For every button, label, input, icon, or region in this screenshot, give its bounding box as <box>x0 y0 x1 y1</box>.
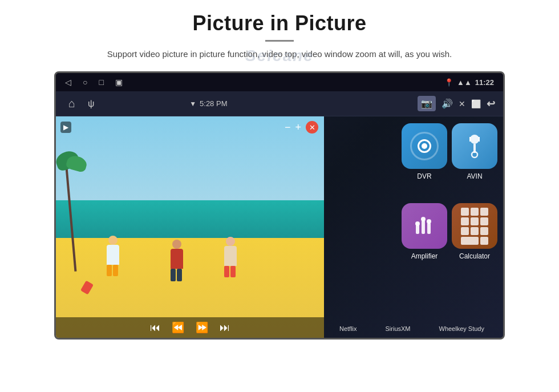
app-grid: DVR <box>321 116 503 338</box>
svg-point-11 <box>415 221 420 226</box>
status-bar: ◁ ○ □ ▣ 📍 ▲▲ 11:22 <box>56 73 503 91</box>
window-icon[interactable]: ⬜ <box>471 99 481 108</box>
svg-rect-9 <box>427 223 431 234</box>
amplifier-label: Amplifier <box>411 252 438 260</box>
app-row-2: Amplifier <box>326 203 497 260</box>
bottom-app-labels: Netflix SiriusXM Wheelkey Study <box>321 325 503 332</box>
camera-icon[interactable]: 📷 <box>418 96 436 111</box>
page-subtitle: Support video picture in picture functio… <box>107 47 452 61</box>
wheelkey-label: Wheelkey Study <box>439 325 484 332</box>
back-nav-icon[interactable]: ◁ <box>65 78 71 87</box>
close-x-icon[interactable]: ✕ <box>459 99 465 108</box>
usb-icon: ψ <box>88 99 94 109</box>
avin-icon <box>452 123 497 169</box>
calculator-label: Calculator <box>459 252 490 260</box>
pip-video-indicator-icon: ▶ <box>60 122 71 133</box>
person3 <box>222 237 239 278</box>
location-icon: 📍 <box>444 78 453 87</box>
pip-expand-icon[interactable]: + <box>295 122 301 134</box>
svg-point-0 <box>470 135 479 144</box>
device-frame: ◁ ○ □ ▣ 📍 ▲▲ 11:22 ⌂ ψ ▼ 5:28 PM 📷 <box>54 71 505 340</box>
skip-forward-icon[interactable]: ⏭ <box>220 322 230 334</box>
avin-label: AVIN <box>467 172 482 180</box>
avin-app[interactable]: AVIN <box>452 123 497 180</box>
page-title: Picture in Picture <box>192 11 366 35</box>
calculator-app[interactable]: Calculator <box>452 203 497 260</box>
pip-close-button[interactable]: ✕ <box>306 121 318 134</box>
amplifier-app[interactable]: Amplifier <box>402 203 447 260</box>
svg-rect-5 <box>416 225 419 234</box>
avin-icon-svg <box>463 134 486 159</box>
screenshot-nav-icon[interactable]: ▣ <box>115 78 123 87</box>
video-content <box>56 116 324 338</box>
svg-rect-7 <box>422 220 425 234</box>
home-nav-icon[interactable]: ○ <box>83 78 87 87</box>
dvr-icon <box>402 123 447 169</box>
status-right-icons: 📍 ▲▲ 11:22 <box>444 78 494 87</box>
calculator-icon <box>452 203 497 249</box>
fast-forward-icon[interactable]: ⏩ <box>196 321 208 334</box>
action-bar-left: ⌂ ψ <box>64 96 94 112</box>
netflix-label: Netflix <box>339 325 357 332</box>
media-controls-bar: ⏮ ⏪ ⏩ ⏭ <box>56 317 324 338</box>
volume-icon[interactable]: 🔊 <box>441 98 453 109</box>
home-icon[interactable]: ⌂ <box>64 96 80 112</box>
action-bar-time: 5:28 PM <box>200 99 227 108</box>
pip-resize-controls: − + ✕ <box>285 121 318 134</box>
skip-back-icon[interactable]: ⏮ <box>150 322 160 334</box>
calc-grid-icon <box>456 203 493 249</box>
action-bar: ⌂ ψ ▼ 5:28 PM 📷 🔊 ✕ ⬜ ↩ <box>56 91 503 116</box>
main-content: ▶ − + ✕ ⏮ ⏪ ⏩ ⏭ <box>56 116 503 338</box>
dvr-label: DVR <box>417 172 431 180</box>
person1 <box>104 236 121 276</box>
svg-point-12 <box>421 217 426 221</box>
amplifier-icon-svg <box>412 213 437 239</box>
signal-bars-icon: ▲▲ <box>457 78 472 87</box>
recent-nav-icon[interactable]: □ <box>99 78 103 87</box>
dvr-app[interactable]: DVR <box>402 123 447 180</box>
app-row-1: DVR <box>326 123 497 180</box>
rewind-icon[interactable]: ⏪ <box>172 321 184 334</box>
pip-window: ▶ − + ✕ ⏮ ⏪ ⏩ ⏭ <box>56 116 324 338</box>
wifi-status-icon: ▼ <box>189 100 196 108</box>
pip-minimize-icon[interactable]: − <box>285 122 291 134</box>
back-arrow-icon[interactable]: ↩ <box>487 98 495 110</box>
person2 <box>168 240 185 282</box>
page-wrapper: Picture in Picture Seicane Support video… <box>0 0 559 392</box>
svg-point-13 <box>427 219 431 224</box>
status-time: 11:22 <box>475 78 494 87</box>
nav-buttons: ◁ ○ □ ▣ <box>65 78 123 87</box>
amplifier-icon <box>402 203 447 249</box>
siriusxm-label: SiriusXM <box>386 325 411 332</box>
action-bar-right: 📷 🔊 ✕ ⬜ ↩ <box>418 96 495 111</box>
pip-overlay-controls: ▶ − + ✕ <box>60 121 318 134</box>
title-divider <box>265 40 294 42</box>
